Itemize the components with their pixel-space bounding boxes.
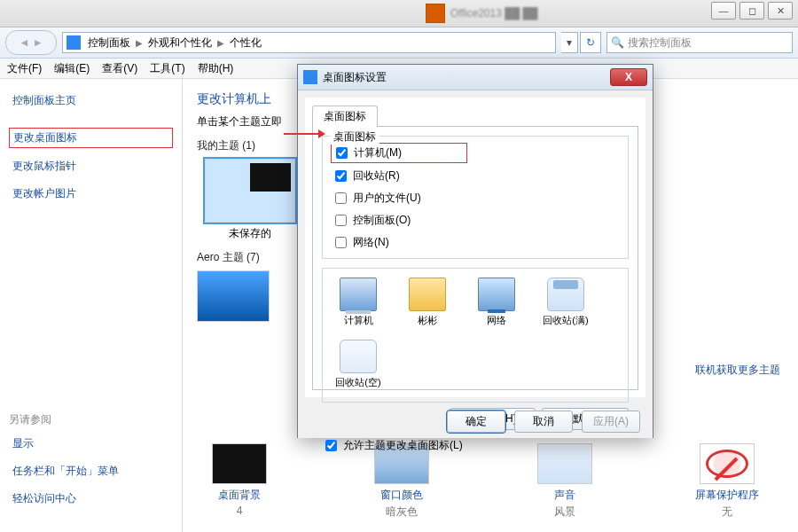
icon-label: 计算机 [332,314,385,327]
option-label: 屏幕保护程序 [674,488,780,503]
cancel-button[interactable]: 取消 [514,411,573,433]
search-icon: 🔍 [611,36,624,49]
theme-thumb-unsaved[interactable]: 未保存的 [197,159,303,241]
explorer-window: Office2013 ██ ██ — ◻ ✕ ◄ ► 控制面板 ▶ 外观和个性化… [0,0,798,532]
network-icon [478,278,515,311]
checkbox-network[interactable]: 网络(N) [332,234,465,251]
bottom-options: 桌面背景 4 窗口颜色 暗灰色 声音 风景 屏幕保护程序 无 [186,443,780,520]
sidebar: 控制面板主页 更改桌面图标 更改鼠标指针 更改帐户图片 另请参阅 显示 任务栏和… [0,79,183,532]
dialog-icon [303,70,317,84]
maximize-button[interactable]: ◻ [739,2,764,20]
icon-cell-user[interactable]: 彬彬 [401,278,454,331]
checkbox-label: 用户的文件(U) [353,191,421,206]
breadcrumb-1[interactable]: 控制面板 [88,35,130,51]
nav-back-forward[interactable]: ◄ ► [5,30,57,55]
refresh-button[interactable]: ↻ [580,32,601,53]
dialog-body: 桌面图标 桌面图标 计算机(M) 回收站(R) [305,98,645,397]
breadcrumb-2[interactable]: 外观和个性化 [148,35,212,51]
sidebar-home[interactable]: 控制面板主页 [9,91,173,110]
checkbox-network-input[interactable] [335,237,347,248]
icon-label: 网络 [470,314,523,327]
window-controls: — ◻ ✕ [708,2,793,20]
checkbox-user-files[interactable]: 用户的文件(U) [332,190,465,207]
option-label: 桌面背景 [186,488,293,503]
checkbox-label: 计算机(M) [354,145,402,160]
icon-label: 回收站(空) [332,376,385,389]
icon-preview-grid: 计算机 彬彬 网络 回收站(满) [322,268,629,403]
checkbox-recycle-input[interactable] [335,170,347,182]
menu-file[interactable]: 文件(F) [7,61,42,76]
checkbox-label: 回收站(R) [353,168,400,184]
fieldset-desktop-icons: 桌面图标 计算机(M) 回收站(R) 用户的文件(U) [322,136,629,259]
search-input[interactable]: 🔍 搜索控制面板 [606,32,793,53]
checkbox-label: 网络(N) [353,235,389,250]
checkbox-computer-input[interactable] [336,147,348,159]
option-window-color[interactable]: 窗口颜色 暗灰色 [348,443,455,520]
option-value: 4 [186,505,293,517]
menu-tools[interactable]: 工具(T) [150,61,184,76]
checkbox-computer[interactable]: 计算机(M) [332,144,466,162]
dialog-close-button[interactable]: X [610,68,647,86]
menu-view[interactable]: 查看(V) [102,61,137,76]
see-also-display[interactable]: 显示 [9,434,173,453]
dialog-titlebar[interactable]: 桌面图标设置 X [298,65,653,90]
address-dropdown[interactable]: ▾ [561,32,578,53]
option-value: 风景 [512,505,618,520]
checkbox-control-panel[interactable]: 控制面板(O) [332,212,465,229]
checkbox-label: 控制面板(O) [353,213,411,228]
see-also-ease-access[interactable]: 轻松访问中心 [9,489,173,508]
menu-edit[interactable]: 编辑(E) [54,61,90,76]
chevron-right-icon: ▶ [136,38,143,48]
icon-label: 彬彬 [401,314,454,327]
sidebar-link-mouse-pointer[interactable]: 更改鼠标指针 [9,157,173,176]
titlebar: Office2013 ██ ██ — ◻ ✕ [0,0,798,27]
checkbox-userfiles-input[interactable] [335,192,347,204]
dialog-title: 桌面图标设置 [323,70,387,85]
sidebar-link-account-picture[interactable]: 更改帐户图片 [9,184,173,203]
tab-desktop-icons[interactable]: 桌面图标 [312,106,378,127]
recycle-bin-empty-icon [340,340,377,373]
see-also-taskbar[interactable]: 任务栏和「开始」菜单 [9,462,173,481]
ok-button[interactable]: 确定 [447,411,505,433]
sidebar-link-desktop-icons[interactable]: 更改桌面图标 [9,128,173,148]
checkbox-cpanel-input[interactable] [335,215,347,226]
option-value: 暗灰色 [348,505,455,520]
background-app-title: Office2013 ██ ██ [450,7,538,20]
option-label: 窗口颜色 [348,488,455,503]
address-field[interactable]: 控制面板 ▶ 外观和个性化 ▶ 个性化 [62,32,556,53]
annotation-arrow [284,133,324,135]
checkbox-label: 允许主题更改桌面图标(L) [343,438,463,453]
fieldset-legend: 桌面图标 [330,129,379,145]
close-button[interactable]: ✕ [768,2,793,20]
see-also-header: 另请参阅 [9,412,173,427]
address-bar: ◄ ► 控制面板 ▶ 外观和个性化 ▶ 个性化 ▾ ↻ 🔍 搜索控制面板 [0,27,798,59]
option-sounds[interactable]: 声音 风景 [512,443,618,520]
recycle-bin-full-icon [547,278,584,311]
folder-icon [409,278,446,311]
checkbox-recycle-bin[interactable]: 回收站(R) [332,168,465,184]
option-label: 声音 [512,488,618,503]
checkbox-allow-themes[interactable]: 允许主题更改桌面图标(L) [322,437,629,454]
screensaver-icon [700,443,755,484]
desktop-background-icon [212,443,267,484]
theme-thumb-label: 未保存的 [197,226,303,241]
option-screensaver[interactable]: 屏幕保护程序 无 [674,443,780,520]
chevron-right-icon: ▶ [217,38,224,48]
checkbox-allow-themes-input[interactable] [325,440,337,451]
icon-cell-bin-full[interactable]: 回收站(满) [539,278,592,331]
computer-icon [340,278,377,311]
background-app-icon [426,4,445,23]
menu-help[interactable]: 帮助(H) [198,61,234,76]
option-value: 无 [674,505,780,520]
aero-theme-thumb[interactable] [197,270,270,322]
apply-button[interactable]: 应用(A) [582,411,640,433]
link-online-themes[interactable]: 联机获取更多主题 [695,363,780,378]
minimize-button[interactable]: — [711,2,736,20]
icon-cell-bin-empty[interactable]: 回收站(空) [332,340,385,393]
icon-cell-network[interactable]: 网络 [470,278,523,331]
option-desktop-background[interactable]: 桌面背景 4 [186,443,293,520]
icon-cell-computer[interactable]: 计算机 [332,278,385,331]
icon-label: 回收站(满) [539,314,592,327]
tab-content: 桌面图标 计算机(M) 回收站(R) 用户的文件(U) [312,126,638,390]
breadcrumb-3[interactable]: 个性化 [230,35,262,51]
